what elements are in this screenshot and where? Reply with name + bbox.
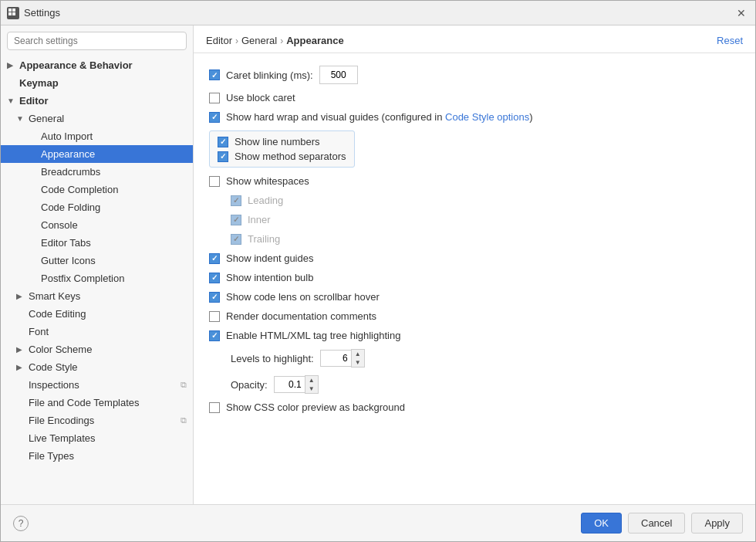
html-xml-checkbox[interactable]	[209, 330, 220, 341]
code-lens-checkbox[interactable]	[209, 292, 220, 303]
inner-label: Inner	[248, 214, 271, 225]
whitespaces-checkbox[interactable]	[209, 176, 220, 187]
sidebar-item-appearance[interactable]: Appearance	[1, 145, 193, 163]
css-color-label: Show CSS color preview as background	[226, 401, 405, 413]
breadcrumb-sep-1: ›	[235, 36, 238, 46]
sidebar-item-label-auto-import: Auto Import	[41, 130, 93, 142]
main-header: Editor › General › Appearance Reset	[194, 25, 755, 53]
hard-wrap-row: Show hard wrap and visual guides (config…	[209, 111, 740, 123]
leading-label: Leading	[248, 195, 283, 206]
sidebar-item-label-appearance-behavior: Appearance & Behavior	[19, 59, 133, 71]
svg-rect-1	[12, 8, 15, 12]
sidebar-item-appearance-behavior[interactable]: ▶Appearance & Behavior	[1, 56, 193, 74]
show-method-separators-checkbox[interactable]	[218, 151, 228, 162]
sidebar-item-code-style[interactable]: ▶Code Style	[1, 358, 193, 376]
opacity-up-button[interactable]: ▲	[305, 376, 318, 384]
sidebar-item-smart-keys[interactable]: ▶Smart Keys	[1, 287, 193, 305]
sidebar-item-file-types[interactable]: File Types	[1, 447, 193, 465]
sidebar-item-color-scheme[interactable]: ▶Color Scheme	[1, 340, 193, 358]
sidebar-item-editor[interactable]: ▼Editor	[1, 92, 193, 110]
close-button[interactable]: ✕	[734, 5, 749, 21]
sidebar-item-editor-tabs[interactable]: Editor Tabs	[1, 234, 193, 252]
indent-guides-checkbox[interactable]	[209, 253, 220, 264]
intention-bulb-checkbox[interactable]	[209, 273, 220, 283]
render-docs-checkbox[interactable]	[209, 311, 220, 322]
cancel-button[interactable]: Cancel	[628, 513, 685, 534]
block-caret-checkbox[interactable]	[209, 93, 220, 103]
sidebar-item-code-completion[interactable]: Code Completion	[1, 181, 193, 198]
caret-blinking-label: Caret blinking (ms):	[226, 69, 313, 81]
breadcrumb-editor: Editor	[206, 35, 232, 46]
arrow-icon-code-style: ▶	[16, 363, 25, 371]
sidebar-item-label-file-encodings: File Encodings	[29, 415, 94, 426]
sidebar-item-font[interactable]: Font	[1, 323, 193, 340]
sidebar-item-label-file-types: File Types	[29, 450, 74, 462]
inner-checkbox[interactable]	[231, 215, 241, 225]
trailing-checkbox[interactable]	[231, 234, 241, 245]
code-lens-label: Show code lens on scrollbar hover	[226, 291, 380, 303]
css-color-checkbox[interactable]	[209, 402, 220, 413]
opacity-spinner: ▲ ▼	[274, 375, 319, 394]
apply-button[interactable]: Apply	[691, 513, 743, 534]
caret-blinking-input[interactable]	[319, 66, 358, 84]
sidebar-item-file-code-templates[interactable]: File and Code Templates	[1, 394, 193, 412]
show-method-separators-label: Show method separators	[235, 151, 346, 162]
title-bar-left: Settings	[7, 7, 60, 19]
sidebar-item-label-editor: Editor	[19, 95, 49, 107]
help-button[interactable]: ?	[13, 516, 29, 531]
sidebar-item-console[interactable]: Console	[1, 216, 193, 234]
opacity-input[interactable]	[274, 376, 305, 393]
leading-row: Leading	[209, 195, 740, 206]
arrow-icon-general: ▼	[16, 114, 25, 123]
tooltip-popup: Show line numbers Show method separators	[209, 130, 355, 168]
footer-buttons: OK Cancel Apply	[581, 513, 743, 534]
sidebar-item-label-keymap: Keymap	[19, 77, 59, 89]
main-content: Editor › General › Appearance Reset Care…	[194, 25, 755, 504]
sidebar-item-code-folding[interactable]: Code Folding	[1, 198, 193, 216]
search-input[interactable]	[7, 32, 187, 50]
sidebar-item-postfix-completion[interactable]: Postfix Completion	[1, 269, 193, 287]
sidebar-item-inspections[interactable]: Inspections⧉	[1, 376, 193, 394]
trailing-label: Trailing	[248, 233, 280, 245]
render-docs-label: Render documentation comments	[226, 310, 376, 322]
intention-bulb-row: Show intention bulb	[209, 272, 740, 283]
sidebar-item-breadcrumbs[interactable]: Breadcrumbs	[1, 163, 193, 181]
sidebar-item-keymap[interactable]: Keymap	[1, 74, 193, 92]
html-xml-row: Enable HTML/XML tag tree highlighting	[209, 330, 740, 341]
opacity-row: Opacity: ▲ ▼	[209, 375, 740, 394]
sidebar-item-label-postfix-completion: Postfix Completion	[41, 273, 124, 284]
sidebar-item-label-console: Console	[41, 219, 78, 231]
sidebar-item-code-editing[interactable]: Code Editing	[1, 305, 193, 323]
code-lens-row: Show code lens on scrollbar hover	[209, 291, 740, 303]
levels-input[interactable]	[320, 350, 351, 367]
footer: ? OK Cancel Apply	[1, 504, 755, 541]
inner-row: Inner	[209, 214, 740, 225]
code-style-link[interactable]: Code Style options	[445, 111, 529, 123]
reset-link[interactable]: Reset	[717, 35, 743, 46]
show-line-numbers-checkbox[interactable]	[218, 137, 228, 147]
levels-highlight-label: Levels to highlight:	[231, 353, 314, 364]
sidebar-item-general[interactable]: ▼General	[1, 110, 193, 127]
levels-down-button[interactable]: ▼	[352, 358, 364, 367]
sidebar-item-auto-import[interactable]: Auto Import	[1, 127, 193, 145]
settings-body: Caret blinking (ms): Use block caret Sho…	[194, 53, 755, 504]
levels-up-button[interactable]: ▲	[352, 350, 364, 358]
leading-checkbox[interactable]	[231, 195, 241, 206]
whitespaces-row: Show whitespaces	[209, 175, 740, 187]
sidebar-item-label-gutter-icons: Gutter Icons	[41, 255, 96, 266]
sidebar-item-gutter-icons[interactable]: Gutter Icons	[1, 252, 193, 269]
sidebar-item-live-templates[interactable]: Live Templates	[1, 429, 193, 447]
svg-rect-2	[8, 12, 12, 15]
sidebar-item-label-appearance: Appearance	[41, 148, 95, 160]
opacity-down-button[interactable]: ▼	[305, 384, 318, 393]
sidebar-item-label-code-style: Code Style	[29, 361, 78, 373]
sidebar-item-file-encodings[interactable]: File Encodings⧉	[1, 412, 193, 429]
ok-button[interactable]: OK	[581, 513, 622, 534]
arrow-icon-color-scheme: ▶	[16, 345, 25, 354]
hard-wrap-checkbox[interactable]	[209, 112, 220, 123]
caret-blinking-checkbox[interactable]	[209, 69, 220, 80]
settings-app-icon	[7, 7, 19, 19]
sidebar-item-label-code-folding: Code Folding	[41, 202, 100, 213]
breadcrumb-sep-2: ›	[280, 36, 283, 46]
settings-window: Settings ✕ ▶Appearance & BehaviorKeymap▼…	[0, 0, 756, 542]
